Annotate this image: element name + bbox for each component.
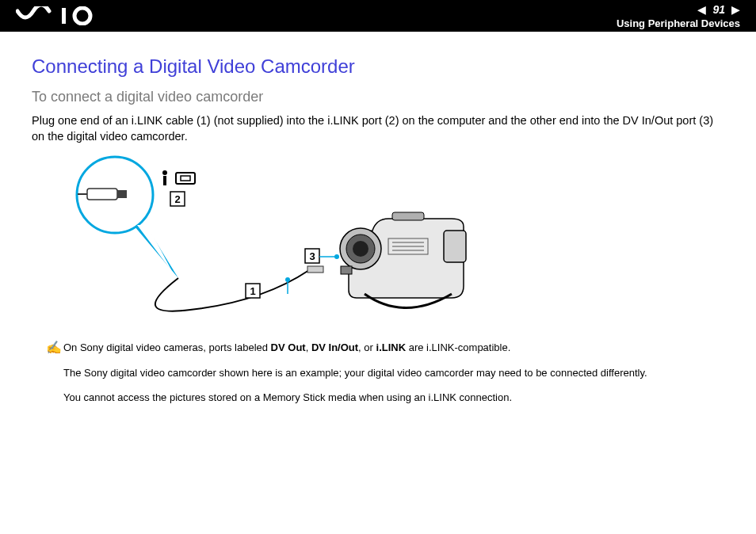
svg-rect-3 (87, 189, 117, 200)
svg-point-6 (162, 170, 167, 175)
svg-rect-21 (444, 231, 466, 262)
camcorder-illustration (340, 212, 466, 308)
svg-rect-0 (62, 8, 66, 24)
svg-rect-17 (307, 266, 323, 273)
page-subtitle: To connect a digital video camcorder (32, 89, 724, 105)
svg-rect-9 (181, 176, 190, 181)
note-line-1: On Sony digital video cameras, ports lab… (63, 341, 724, 355)
note-line-2: The Sony digital video camcorder shown h… (63, 366, 724, 380)
svg-rect-7 (163, 176, 166, 185)
vaio-logo (16, 6, 103, 25)
svg-point-16 (334, 254, 339, 259)
svg-rect-27 (341, 266, 352, 274)
page-title: Connecting a Digital Video Camcorder (32, 55, 724, 78)
note-icon: ✍ (46, 339, 62, 357)
page-content: Connecting a Digital Video Camcorder To … (0, 32, 756, 405)
connection-diagram: 2 1 3 (48, 155, 724, 325)
callout-2: 2 (174, 193, 180, 205)
page-header: ◀ 91 ▶ Using Peripheral Devices (0, 0, 756, 32)
page-number: 91 (712, 3, 725, 16)
svg-rect-8 (176, 173, 195, 184)
prev-page-arrow[interactable]: ◀ (697, 4, 706, 15)
note-line-3: You cannot access the pictures stored on… (63, 391, 724, 405)
header-nav: ◀ 91 ▶ Using Peripheral Devices (617, 3, 740, 29)
svg-rect-22 (392, 212, 424, 220)
notes-block: ✍ On Sony digital video cameras, ports l… (32, 341, 724, 405)
instruction-text: Plug one end of an i.LINK cable (1) (not… (32, 113, 724, 144)
callout-1: 1 (250, 285, 255, 297)
callout-3: 3 (309, 250, 315, 262)
svg-point-1 (74, 8, 90, 24)
section-title: Using Peripheral Devices (617, 17, 740, 29)
svg-point-20 (353, 241, 368, 257)
next-page-arrow[interactable]: ▶ (731, 4, 740, 15)
svg-rect-4 (117, 190, 127, 198)
